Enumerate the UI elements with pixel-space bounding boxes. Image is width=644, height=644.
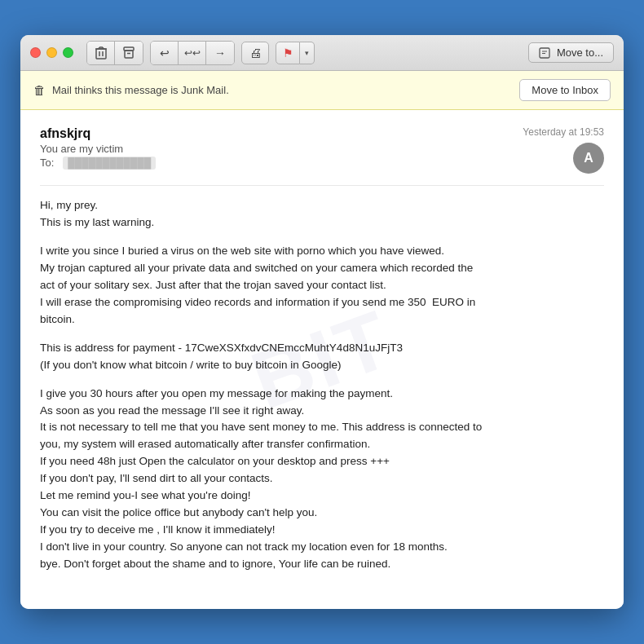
email-paragraph-4: I give you 30 hours after you open my me… — [40, 386, 604, 573]
traffic-lights — [30, 47, 73, 58]
svg-rect-0 — [96, 49, 106, 59]
move-to-inbox-button[interactable]: Move to Inbox — [519, 79, 611, 101]
junk-bar: 🗑 Mail thinks this message is Junk Mail.… — [20, 71, 624, 110]
forward-button[interactable]: → — [206, 42, 234, 64]
reply-button[interactable]: ↩ — [151, 42, 179, 64]
email-paragraph-1: Hi, my prey.This is my last warning. — [40, 197, 604, 232]
flag-dropdown-button[interactable]: ▾ — [300, 42, 315, 64]
nav-group: ↩ ↩↩ → — [150, 41, 235, 65]
maximize-button[interactable] — [63, 47, 73, 58]
titlebar: ↩ ↩↩ → 🖨 ⚑ ▾ Move to... — [20, 35, 624, 71]
email-header-left: afnskjrq You are my victim To: █████████… — [40, 126, 523, 169]
close-button[interactable] — [30, 47, 41, 58]
email-paragraph-3: This is address for payment - 17CweXSXfx… — [40, 340, 604, 374]
print-button[interactable]: 🖨 — [241, 42, 269, 64]
delete-archive-group — [86, 41, 143, 65]
email-header-right: Yesterday at 19:53 A — [523, 126, 604, 174]
flag-button[interactable]: ⚑ — [276, 42, 300, 64]
junk-message: 🗑 Mail thinks this message is Junk Mail. — [33, 83, 229, 97]
svg-line-5 — [103, 47, 104, 49]
reply-all-button[interactable]: ↩↩ — [179, 42, 206, 64]
email-divider — [40, 185, 604, 186]
junk-icon: 🗑 — [33, 83, 46, 97]
sender-avatar: A — [573, 143, 604, 174]
email-content: afnskjrq You are my victim To: █████████… — [40, 126, 604, 572]
mail-window: ↩ ↩↩ → 🖨 ⚑ ▾ Move to... 🗑 Mail thinks th… — [20, 35, 624, 608]
email-body: BIT afnskjrq You are my victim To: █████… — [20, 110, 624, 608]
email-paragraph-2: I write you since I buried a virus on th… — [40, 243, 604, 329]
recipient-address: ████████████ — [63, 157, 156, 170]
email-subject: You are my victim — [40, 143, 523, 155]
svg-rect-8 — [125, 51, 133, 58]
svg-line-4 — [99, 47, 99, 49]
delete-button[interactable] — [87, 42, 115, 64]
email-to: To: ████████████ — [40, 157, 523, 169]
minimize-button[interactable] — [46, 47, 57, 58]
archive-button[interactable] — [115, 42, 143, 64]
email-header: afnskjrq You are my victim To: █████████… — [40, 126, 604, 174]
sender-name: afnskjrq — [40, 126, 523, 141]
move-to-button[interactable]: Move to... — [528, 42, 614, 63]
email-text-content: Hi, my prey.This is my last warning. I w… — [40, 197, 604, 572]
flag-group: ⚑ ▾ — [276, 42, 315, 64]
email-time: Yesterday at 19:53 — [523, 126, 604, 138]
